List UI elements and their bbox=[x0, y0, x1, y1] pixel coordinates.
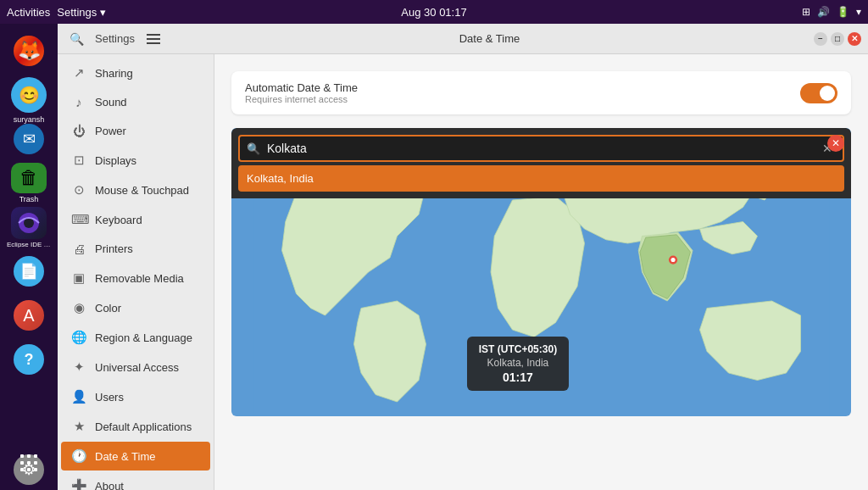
region-icon: 🌐 bbox=[71, 330, 86, 345]
network-icon: ⊞ bbox=[802, 6, 810, 18]
users-icon: 👤 bbox=[71, 389, 86, 404]
sidebar-label-sound: Sound bbox=[95, 96, 127, 109]
settings-app-title: Settings bbox=[95, 32, 135, 45]
search-result-kolkata[interactable]: Kolkata, India bbox=[238, 165, 844, 192]
sidebar-label-color: Color bbox=[95, 302, 121, 315]
dock-trash-label: Trash bbox=[19, 195, 39, 203]
svg-rect-3 bbox=[27, 454, 31, 458]
svg-rect-10 bbox=[34, 468, 37, 471]
volume-icon[interactable]: 🔊 bbox=[817, 6, 830, 18]
sidebar-label-about: About bbox=[95, 480, 124, 491]
sidebar-item-date-time[interactable]: 🕐 Date & Time bbox=[61, 442, 210, 471]
battery-icon[interactable]: 🔋 bbox=[837, 6, 849, 18]
settings-body: ↗ Sharing ♪ Sound ⏻ Power ⊡ Displays ⊙ M… bbox=[58, 54, 868, 490]
svg-rect-8 bbox=[20, 468, 24, 471]
sidebar-item-universal[interactable]: ✦ Universal Access bbox=[61, 353, 210, 381]
timezone-search-input[interactable] bbox=[267, 142, 812, 155]
dock-item-appstore[interactable]: A bbox=[8, 295, 49, 336]
search-result-kolkata-label: Kolkata, India bbox=[247, 172, 314, 185]
sidebar-item-keyboard[interactable]: ⌨ Keyboard bbox=[61, 205, 210, 234]
search-close-button[interactable]: ✕ bbox=[827, 135, 844, 152]
sidebar-label-date-time: Date & Time bbox=[95, 450, 156, 463]
svg-rect-7 bbox=[34, 461, 37, 465]
svg-point-13 bbox=[671, 258, 676, 262]
dock-item-thunderbird[interactable]: ✉ bbox=[8, 119, 49, 159]
about-icon: ➕ bbox=[71, 478, 86, 490]
settings-menu-label[interactable]: Settings ▾ bbox=[57, 6, 106, 19]
sidebar-label-printers: Printers bbox=[95, 242, 133, 255]
date-time-icon: 🕐 bbox=[71, 448, 86, 464]
topbar-datetime: Aug 30 01:17 bbox=[401, 6, 466, 19]
settings-window: 🔍 Settings Date & Time − □ ✕ ↗ Sharing ♪… bbox=[58, 24, 868, 490]
sidebar-item-removable[interactable]: ▣ Removable Media bbox=[61, 264, 210, 292]
sidebar-label-keyboard: Keyboard bbox=[95, 214, 142, 226]
topbar: Activities Settings ▾ Aug 30 01:17 ⊞ 🔊 🔋… bbox=[0, 0, 868, 24]
svg-rect-4 bbox=[34, 454, 37, 458]
sidebar-label-displays: Displays bbox=[95, 154, 136, 167]
sidebar-item-about[interactable]: ➕ About bbox=[61, 471, 210, 490]
window-titlebar: 🔍 Settings Date & Time − □ ✕ bbox=[58, 24, 868, 54]
auto-date-subtitle: Requires internet access bbox=[245, 94, 358, 104]
sidebar-label-removable: Removable Media bbox=[95, 272, 184, 285]
svg-rect-9 bbox=[27, 468, 31, 471]
window-minimize-button[interactable]: − bbox=[814, 32, 827, 46]
activities-label[interactable]: Activities bbox=[7, 6, 50, 19]
power-icon: ⏻ bbox=[71, 124, 86, 138]
dock-item-trash[interactable]: 🗑 Trash bbox=[8, 163, 49, 203]
dock-item-eclipse[interactable]: Eclipse IDE for Java Developer... bbox=[8, 207, 49, 248]
sidebar-label-power: Power bbox=[95, 125, 126, 137]
universal-icon: ✦ bbox=[71, 359, 86, 375]
sidebar-item-sound[interactable]: ♪ Sound bbox=[61, 88, 210, 116]
timezone-search-overlay: 🔍 ✕ Kolkata, India ✕ bbox=[231, 128, 851, 198]
sound-icon: ♪ bbox=[71, 95, 86, 109]
mouse-icon: ⊙ bbox=[71, 182, 86, 198]
svg-rect-2 bbox=[20, 454, 24, 458]
dock-item-help[interactable]: ? bbox=[8, 339, 49, 380]
window-title: Date & Time bbox=[459, 32, 520, 45]
timezone-search-input-row: 🔍 ✕ bbox=[238, 135, 844, 162]
color-icon: ◉ bbox=[71, 300, 86, 315]
system-tray-icon[interactable]: ▾ bbox=[856, 6, 861, 18]
svg-rect-6 bbox=[27, 461, 31, 465]
dock-item-apps-grid[interactable] bbox=[8, 443, 49, 483]
dock-item-firefox[interactable]: 🦊 bbox=[8, 31, 49, 71]
sidebar-label-default-apps: Default Applications bbox=[95, 420, 192, 433]
dock-eclipse-label: Eclipse IDE for Java Developer... bbox=[7, 241, 51, 248]
svg-rect-5 bbox=[20, 461, 24, 465]
window-maximize-button[interactable]: □ bbox=[831, 32, 844, 46]
sidebar-item-sharing[interactable]: ↗ Sharing bbox=[61, 58, 210, 87]
printers-icon: 🖨 bbox=[71, 242, 86, 256]
sidebar-item-power[interactable]: ⏻ Power bbox=[61, 117, 210, 145]
sidebar-item-printers[interactable]: 🖨 Printers bbox=[61, 235, 210, 263]
auto-date-title: Automatic Date & Time bbox=[245, 81, 358, 94]
displays-icon: ⊡ bbox=[71, 153, 86, 168]
sidebar-item-region[interactable]: 🌐 Region & Language bbox=[61, 323, 210, 352]
date-time-main: Automatic Date & Time Requires internet … bbox=[214, 54, 868, 490]
default-apps-icon: ★ bbox=[71, 419, 86, 434]
sidebar-label-region: Region & Language bbox=[95, 331, 192, 344]
auto-date-toggle[interactable] bbox=[800, 83, 837, 103]
keyboard-icon: ⌨ bbox=[71, 212, 86, 227]
window-close-button[interactable]: ✕ bbox=[848, 32, 861, 46]
dock: 🦊 😊 suryansh ✉ 🗑 Trash Eclipse IDE for J… bbox=[0, 24, 58, 490]
world-map[interactable]: 🔍 ✕ Kolkata, India ✕ bbox=[231, 128, 851, 416]
sidebar-item-color[interactable]: ◉ Color bbox=[61, 293, 210, 322]
dock-item-user[interactable]: 😊 suryansh bbox=[8, 75, 49, 115]
sidebar-item-default-apps[interactable]: ★ Default Applications bbox=[61, 412, 210, 441]
dock-item-notes[interactable]: 📄 bbox=[8, 251, 49, 292]
sidebar-item-mouse[interactable]: ⊙ Mouse & Touchpad bbox=[61, 175, 210, 204]
sidebar-label-universal: Universal Access bbox=[95, 361, 179, 374]
sidebar-label-mouse: Mouse & Touchpad bbox=[95, 184, 189, 197]
settings-sidebar: ↗ Sharing ♪ Sound ⏻ Power ⊡ Displays ⊙ M… bbox=[58, 54, 214, 490]
hamburger-menu-button[interactable] bbox=[142, 27, 165, 51]
sidebar-item-users[interactable]: 👤 Users bbox=[61, 382, 210, 411]
sidebar-label-users: Users bbox=[95, 391, 124, 404]
sidebar-label-sharing: Sharing bbox=[95, 67, 133, 80]
titlebar-search-button[interactable]: 🔍 bbox=[64, 27, 88, 51]
auto-date-row: Automatic Date & Time Requires internet … bbox=[231, 71, 851, 114]
sharing-icon: ↗ bbox=[71, 65, 86, 81]
removable-icon: ▣ bbox=[71, 270, 86, 286]
sidebar-item-displays[interactable]: ⊡ Displays bbox=[61, 146, 210, 175]
search-icon: 🔍 bbox=[247, 142, 260, 155]
